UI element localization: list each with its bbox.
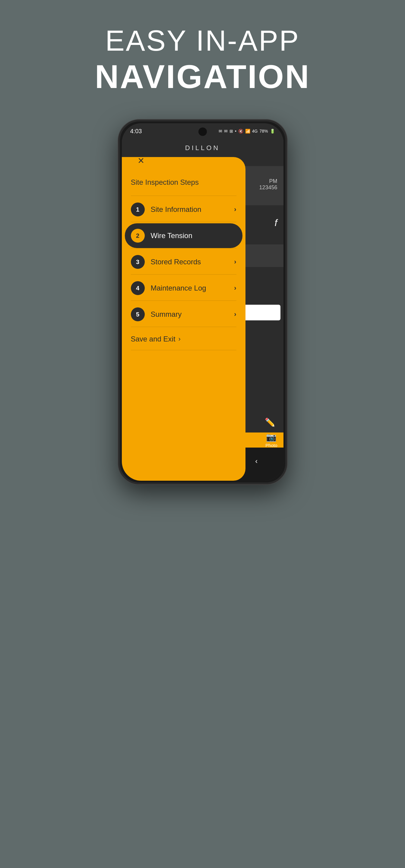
- save-exit-label: Save and Exit: [131, 335, 175, 343]
- divider-6: [131, 350, 236, 350]
- battery-text: 78%: [259, 129, 268, 133]
- step-badge-1: 1: [131, 203, 145, 216]
- menu-item-stored-records[interactable]: 3 Stored Records ›: [131, 250, 236, 274]
- chevron-icon-4: ›: [234, 284, 236, 292]
- divider-0: [131, 195, 236, 196]
- step-num-1: 1: [136, 206, 139, 213]
- chevron-icon-3: ›: [234, 258, 236, 266]
- mute-icon: 🔇: [238, 129, 243, 133]
- menu-item-maintenance-log[interactable]: 4 Maintenance Log ›: [131, 276, 236, 301]
- page-header: EASY IN-APP NAVIGATION: [95, 0, 310, 96]
- app-brand: DILLON: [185, 144, 220, 152]
- chevron-icon-1: ›: [234, 206, 236, 213]
- step-badge-3: 3: [131, 255, 145, 269]
- wifi-icon: 📶: [245, 129, 250, 133]
- menu-item-label-3: Stored Records: [151, 258, 234, 266]
- bg-mid-letter: f: [275, 217, 278, 228]
- menu-item-label-4: Maintenance Log: [151, 284, 234, 292]
- nav-back-button[interactable]: ‹: [247, 455, 265, 467]
- pm-text: PM: [259, 178, 277, 184]
- menu-title: Site Inspection Steps: [131, 178, 236, 187]
- menu-bottom-space: [131, 351, 236, 442]
- letter-f: f: [275, 217, 278, 228]
- header-line2: NAVIGATION: [95, 57, 310, 96]
- save-and-exit-button[interactable]: Save and Exit ›: [131, 328, 236, 350]
- header-line1: EASY IN-APP: [95, 24, 310, 57]
- status-time: 4:03: [130, 128, 142, 135]
- menu-item-wire-tension[interactable]: 2 Wire Tension: [125, 223, 242, 248]
- menu-item-label-2: Wire Tension: [151, 231, 236, 240]
- edit-icon-area: ✏️: [263, 415, 278, 430]
- signal-text: 4G: [252, 129, 258, 133]
- status-icons: ✉ ✉ ⊞ • 🔇 📶 4G 78% 🔋: [219, 129, 275, 133]
- divider-4: [131, 301, 236, 301]
- gallery-icon: ⊞: [230, 129, 233, 133]
- step-badge-5: 5: [131, 307, 145, 321]
- step-badge-2: 2: [131, 229, 145, 243]
- divider-2: [131, 248, 236, 248]
- camera-icon: 📷: [266, 432, 277, 442]
- step-badge-4: 4: [131, 281, 145, 295]
- close-icon: ×: [138, 157, 144, 166]
- phone-screen: 4:03 ✉ ✉ ⊞ • 🔇 📶 4G 78% 🔋 DILLON: [122, 123, 284, 481]
- edit-icon: ✏️: [265, 417, 275, 427]
- phone-mockup: 4:03 ✉ ✉ ⊞ • 🔇 📶 4G 78% 🔋 DILLON: [118, 120, 287, 484]
- battery-icon: 🔋: [270, 129, 275, 133]
- menu-item-site-information[interactable]: 1 Site Information ›: [131, 197, 236, 222]
- camera-notch: [198, 127, 207, 136]
- step-num-2: 2: [136, 232, 139, 239]
- photo-button[interactable]: 📷 Photo: [265, 432, 277, 448]
- mail2-icon: ✉: [224, 129, 228, 133]
- bg-card-text: PM 123456: [259, 178, 277, 191]
- back-icon: ‹: [255, 457, 258, 465]
- navigation-menu: × Site Inspection Steps 1 Site Informati…: [122, 157, 245, 481]
- phone-shell: 4:03 ✉ ✉ ⊞ • 🔇 📶 4G 78% 🔋 DILLON: [118, 120, 287, 484]
- divider-3: [131, 274, 236, 275]
- menu-item-label-1: Site Information: [151, 205, 234, 214]
- menu-item-label-5: Summary: [151, 310, 234, 318]
- app-header: DILLON: [122, 139, 284, 157]
- chevron-icon-5: ›: [234, 310, 236, 318]
- step-num-4: 4: [136, 285, 139, 292]
- step-num-3: 3: [136, 258, 139, 266]
- id-text: 123456: [259, 184, 277, 191]
- menu-item-summary[interactable]: 5 Summary ›: [131, 302, 236, 327]
- save-exit-chevron: ›: [178, 335, 181, 343]
- dot-icon: •: [235, 129, 236, 133]
- divider-1: [131, 222, 236, 222]
- menu-inner: Site Inspection Steps 1 Site Information…: [122, 157, 245, 451]
- step-num-5: 5: [136, 311, 139, 318]
- photo-label: Photo: [265, 443, 277, 448]
- mail-icon: ✉: [219, 129, 222, 133]
